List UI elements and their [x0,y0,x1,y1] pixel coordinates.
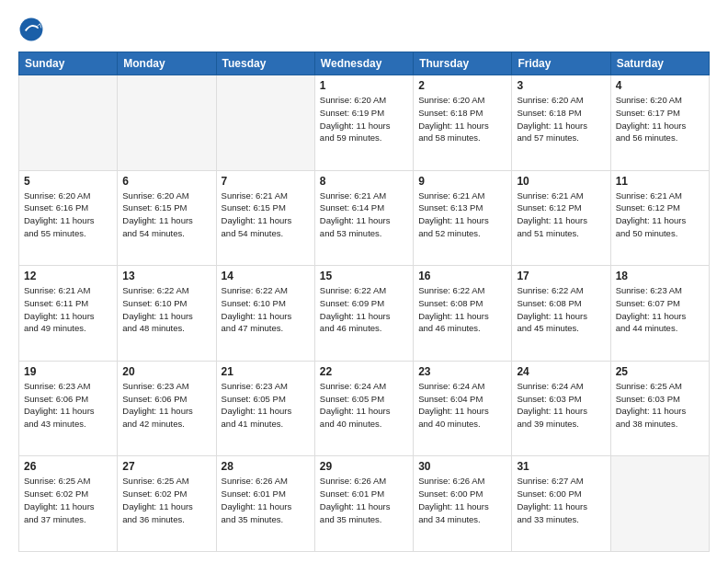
day-number: 29 [320,460,408,473]
weekday-header-friday: Friday [512,52,610,75]
day-number: 22 [320,365,408,378]
day-number: 18 [616,270,704,282]
calendar-cell: 5Sunrise: 6:20 AM Sunset: 6:16 PM Daylig… [19,170,118,266]
week-row-5: 26Sunrise: 6:25 AM Sunset: 6:02 PM Dayli… [19,456,710,552]
calendar-cell: 20Sunrise: 6:23 AM Sunset: 6:06 PM Dayli… [118,361,216,456]
day-number: 9 [418,175,506,188]
calendar-cell: 9Sunrise: 6:21 AM Sunset: 6:13 PM Daylig… [414,170,512,266]
day-info: Sunrise: 6:25 AM Sunset: 6:02 PM Dayligh… [122,475,210,525]
calendar-cell: 13Sunrise: 6:22 AM Sunset: 6:10 PM Dayli… [118,266,216,362]
day-number: 11 [616,175,704,188]
day-info: Sunrise: 6:20 AM Sunset: 6:18 PM Dayligh… [517,94,605,144]
calendar-cell: 21Sunrise: 6:23 AM Sunset: 6:05 PM Dayli… [216,361,314,456]
day-number: 16 [418,270,506,282]
day-number: 30 [418,460,506,473]
day-number: 24 [517,365,605,378]
day-number: 23 [418,365,506,378]
day-info: Sunrise: 6:21 AM Sunset: 6:11 PM Dayligh… [24,284,112,335]
week-row-1: 1Sunrise: 6:20 AM Sunset: 6:19 PM Daylig… [19,75,710,171]
svg-point-0 [20,18,43,41]
calendar-cell: 26Sunrise: 6:25 AM Sunset: 6:02 PM Dayli… [19,456,118,552]
day-info: Sunrise: 6:20 AM Sunset: 6:17 PM Dayligh… [616,94,704,144]
day-number: 28 [222,460,310,473]
calendar-cell: 22Sunrise: 6:24 AM Sunset: 6:05 PM Dayli… [314,361,413,456]
day-number: 25 [616,365,704,378]
calendar-cell: 29Sunrise: 6:26 AM Sunset: 6:01 PM Dayli… [314,456,413,552]
calendar-cell: 12Sunrise: 6:21 AM Sunset: 6:11 PM Dayli… [19,266,118,362]
day-number: 1 [320,79,408,92]
day-info: Sunrise: 6:21 AM Sunset: 6:15 PM Dayligh… [222,190,310,240]
day-info: Sunrise: 6:20 AM Sunset: 6:16 PM Dayligh… [24,190,112,240]
day-number: 4 [616,79,704,92]
day-number: 5 [24,175,112,188]
week-row-4: 19Sunrise: 6:23 AM Sunset: 6:06 PM Dayli… [19,361,710,456]
week-row-3: 12Sunrise: 6:21 AM Sunset: 6:11 PM Dayli… [19,266,710,362]
day-number: 13 [122,270,210,282]
day-number: 8 [320,175,408,188]
calendar-cell [610,456,709,552]
calendar-cell: 10Sunrise: 6:21 AM Sunset: 6:12 PM Dayli… [512,170,610,266]
weekday-header-monday: Monday [118,52,216,75]
logo [18,17,48,42]
calendar-cell: 18Sunrise: 6:23 AM Sunset: 6:07 PM Dayli… [610,266,709,362]
day-number: 15 [320,270,408,282]
day-info: Sunrise: 6:24 AM Sunset: 6:03 PM Dayligh… [517,380,605,431]
day-info: Sunrise: 6:26 AM Sunset: 6:00 PM Dayligh… [418,475,506,525]
day-info: Sunrise: 6:21 AM Sunset: 6:12 PM Dayligh… [517,190,605,240]
day-number: 10 [517,175,605,188]
weekday-header-tuesday: Tuesday [216,52,314,75]
calendar-cell: 16Sunrise: 6:22 AM Sunset: 6:08 PM Dayli… [414,266,512,362]
day-number: 2 [418,79,506,92]
day-number: 31 [517,460,605,473]
day-number: 7 [222,175,310,188]
calendar-cell: 8Sunrise: 6:21 AM Sunset: 6:14 PM Daylig… [314,170,413,266]
day-number: 27 [122,460,210,473]
day-info: Sunrise: 6:22 AM Sunset: 6:10 PM Dayligh… [222,284,310,335]
day-number: 20 [122,365,210,378]
day-info: Sunrise: 6:23 AM Sunset: 6:07 PM Dayligh… [616,284,704,335]
day-info: Sunrise: 6:25 AM Sunset: 6:02 PM Dayligh… [24,475,112,525]
day-info: Sunrise: 6:24 AM Sunset: 6:05 PM Dayligh… [320,380,408,431]
calendar-cell: 6Sunrise: 6:20 AM Sunset: 6:15 PM Daylig… [118,170,216,266]
week-row-2: 5Sunrise: 6:20 AM Sunset: 6:16 PM Daylig… [19,170,710,266]
day-number: 12 [24,270,112,282]
day-info: Sunrise: 6:25 AM Sunset: 6:03 PM Dayligh… [616,380,704,431]
weekday-header-row: SundayMondayTuesdayWednesdayThursdayFrid… [19,52,710,75]
calendar-cell: 27Sunrise: 6:25 AM Sunset: 6:02 PM Dayli… [118,456,216,552]
day-number: 17 [517,270,605,282]
day-number: 19 [24,365,112,378]
calendar-cell [19,75,118,171]
day-info: Sunrise: 6:23 AM Sunset: 6:06 PM Dayligh… [24,380,112,431]
weekday-header-wednesday: Wednesday [314,52,413,75]
logo-icon [18,17,44,42]
day-info: Sunrise: 6:26 AM Sunset: 6:01 PM Dayligh… [320,475,408,525]
calendar-cell: 7Sunrise: 6:21 AM Sunset: 6:15 PM Daylig… [216,170,314,266]
day-info: Sunrise: 6:26 AM Sunset: 6:01 PM Dayligh… [222,475,310,525]
calendar-cell: 25Sunrise: 6:25 AM Sunset: 6:03 PM Dayli… [610,361,709,456]
day-info: Sunrise: 6:21 AM Sunset: 6:13 PM Dayligh… [418,190,506,240]
calendar-cell: 1Sunrise: 6:20 AM Sunset: 6:19 PM Daylig… [314,75,413,171]
calendar-cell: 4Sunrise: 6:20 AM Sunset: 6:17 PM Daylig… [610,75,709,171]
calendar-cell: 31Sunrise: 6:27 AM Sunset: 6:00 PM Dayli… [512,456,610,552]
page: SundayMondayTuesdayWednesdayThursdayFrid… [0,0,728,563]
day-info: Sunrise: 6:20 AM Sunset: 6:15 PM Dayligh… [122,190,210,240]
day-info: Sunrise: 6:22 AM Sunset: 6:08 PM Dayligh… [418,284,506,335]
calendar-cell: 15Sunrise: 6:22 AM Sunset: 6:09 PM Dayli… [314,266,413,362]
calendar-cell [216,75,314,171]
calendar-cell: 28Sunrise: 6:26 AM Sunset: 6:01 PM Dayli… [216,456,314,552]
day-info: Sunrise: 6:20 AM Sunset: 6:19 PM Dayligh… [320,94,408,144]
header [18,17,710,42]
calendar-cell: 2Sunrise: 6:20 AM Sunset: 6:18 PM Daylig… [414,75,512,171]
day-info: Sunrise: 6:23 AM Sunset: 6:06 PM Dayligh… [122,380,210,431]
calendar-cell: 11Sunrise: 6:21 AM Sunset: 6:12 PM Dayli… [610,170,709,266]
day-number: 3 [517,79,605,92]
day-info: Sunrise: 6:22 AM Sunset: 6:10 PM Dayligh… [122,284,210,335]
weekday-header-sunday: Sunday [19,52,118,75]
day-info: Sunrise: 6:22 AM Sunset: 6:08 PM Dayligh… [517,284,605,335]
day-info: Sunrise: 6:22 AM Sunset: 6:09 PM Dayligh… [320,284,408,335]
day-number: 6 [122,175,210,188]
day-info: Sunrise: 6:21 AM Sunset: 6:12 PM Dayligh… [616,190,704,240]
calendar-cell: 30Sunrise: 6:26 AM Sunset: 6:00 PM Dayli… [414,456,512,552]
day-number: 26 [24,460,112,473]
calendar-cell: 17Sunrise: 6:22 AM Sunset: 6:08 PM Dayli… [512,266,610,362]
